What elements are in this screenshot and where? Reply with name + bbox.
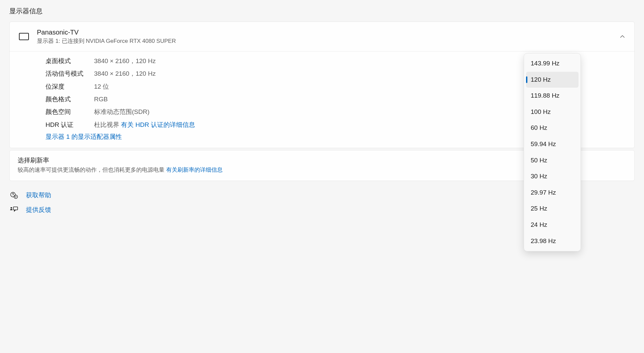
info-label: HDR 认证 — [46, 120, 94, 130]
info-value: 杜比视界 有关 HDR 认证的详细信息 — [94, 120, 195, 130]
info-value: 3840 × 2160，120 Hz — [94, 69, 156, 79]
dropdown-option[interactable]: 143.99 Hz — [526, 55, 579, 72]
dropdown-option[interactable]: 25 Hz — [526, 201, 579, 217]
hdr-value-prefix: 杜比视界 — [94, 121, 121, 128]
chevron-up-icon[interactable] — [620, 34, 625, 39]
info-value: 12 位 — [94, 82, 109, 92]
hdr-details-link[interactable]: 有关 HDR 认证的详细信息 — [121, 121, 195, 128]
info-label: 颜色空间 — [46, 107, 94, 117]
dropdown-option[interactable]: 24 Hz — [526, 217, 579, 233]
info-label: 活动信号模式 — [46, 69, 94, 79]
dropdown-option[interactable]: 29.97 Hz — [526, 185, 579, 201]
svg-rect-4 — [13, 207, 18, 210]
help-icon — [9, 192, 19, 199]
dropdown-option[interactable]: 119.88 Hz — [526, 88, 579, 104]
info-label: 颜色格式 — [46, 94, 94, 104]
info-value: 3840 × 2160，120 Hz — [94, 56, 156, 66]
dropdown-option[interactable]: 60 Hz — [526, 120, 579, 136]
info-label: 桌面模式 — [46, 56, 94, 66]
section-title: 显示器信息 — [9, 7, 635, 16]
monitor-icon — [19, 33, 29, 40]
dropdown-option[interactable]: 23.98 Hz — [526, 233, 579, 249]
dropdown-option[interactable]: 50 Hz — [526, 152, 579, 169]
svg-point-1 — [13, 195, 13, 196]
dropdown-option[interactable]: 59.94 Hz — [526, 136, 579, 152]
info-value: 标准动态范围(SDR) — [94, 107, 150, 117]
display-name: Panasonic-TV — [37, 28, 620, 37]
get-help-label: 获取帮助 — [26, 191, 51, 200]
svg-point-3 — [11, 207, 12, 209]
info-value: RGB — [94, 94, 108, 104]
refresh-rate-details-link[interactable]: 有关刷新率的详细信息 — [166, 167, 223, 173]
refresh-rate-dropdown[interactable]: 143.99 Hz120 Hz119.88 Hz100 Hz60 Hz59.94… — [524, 53, 581, 251]
refresh-subtitle-text: 较高的速率可提供更流畅的动作，但也消耗更多的电源电量 — [18, 167, 166, 173]
dropdown-option[interactable]: 120 Hz — [526, 72, 579, 88]
display-connection: 显示器 1: 已连接到 NVIDIA GeForce RTX 4080 SUPE… — [37, 37, 620, 45]
info-label: 位深度 — [46, 82, 94, 92]
display-card-header[interactable]: Panasonic-TV 显示器 1: 已连接到 NVIDIA GeForce … — [10, 22, 634, 51]
feedback-icon — [9, 206, 19, 214]
dropdown-option[interactable]: 100 Hz — [526, 104, 579, 120]
display-header-text: Panasonic-TV 显示器 1: 已连接到 NVIDIA GeForce … — [37, 28, 620, 45]
give-feedback-label: 提供反馈 — [26, 206, 51, 214]
dropdown-option[interactable]: 30 Hz — [526, 168, 579, 185]
